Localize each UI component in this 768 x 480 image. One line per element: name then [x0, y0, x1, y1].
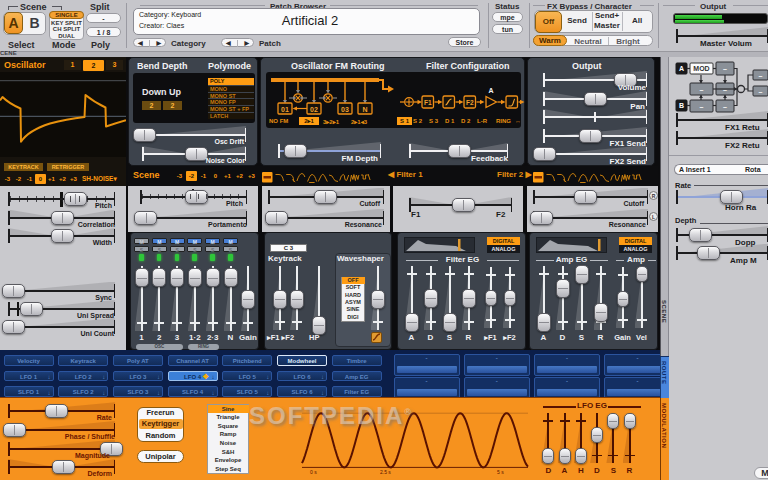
svg-text:–: – — [759, 88, 763, 95]
svg-text:2.5 s: 2.5 s — [380, 469, 391, 475]
svg-text:–: – — [723, 65, 727, 72]
svg-text:B: B — [679, 102, 684, 109]
svg-text:–: – — [723, 103, 727, 110]
svg-text:–: – — [759, 72, 763, 79]
svg-text:0 s: 0 s — [310, 469, 317, 475]
svg-text:5 s: 5 s — [497, 469, 504, 475]
svg-text:A: A — [679, 65, 684, 72]
svg-text:–: – — [700, 103, 704, 110]
svg-text:MOD: MOD — [693, 65, 709, 72]
svg-text:–: – — [700, 86, 704, 93]
